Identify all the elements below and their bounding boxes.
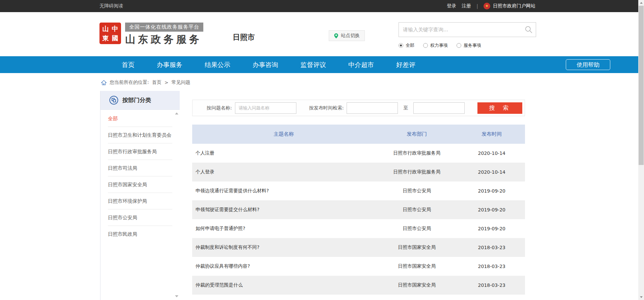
faq-table: 主题名称 发布部门 发布时间 个人注册 日照市行政审批服务局 2020-10-1… [192, 125, 525, 295]
page-scrollbar[interactable] [638, 0, 644, 300]
sidebar-department-item[interactable]: 日照市公安局 [108, 209, 172, 226]
department-category-icon [109, 96, 118, 105]
help-button[interactable]: 使用帮助 [566, 59, 610, 70]
sidebar-department-item[interactable]: 日照市环境保护局 [108, 193, 172, 209]
question-title-cell[interactable]: 仲裁协议应具有哪些内容? [192, 257, 375, 276]
department-sidebar: 按部门分类 全部 日照市卫生和计划生育委员会 日照市行政审批服务局 日照市司法局… [100, 91, 180, 300]
search-button[interactable]: 搜 索 [477, 102, 522, 114]
search-scope-radio[interactable]: 全部 [399, 42, 414, 48]
sidebar-department-item[interactable]: 日照市卫生和计划生育委员会 [108, 127, 172, 143]
date-cell: 2020-10-14 [459, 144, 525, 163]
site-switch-button[interactable]: 站点切换 [329, 30, 365, 41]
platform-tag: 全国一体化在线政务服务平台 [125, 23, 203, 32]
scrollbar-thumb[interactable] [639, 6, 644, 165]
date-cell: 2019-09-20 [459, 181, 525, 200]
sidebar-list: 全部 日照市卫生和计划生育委员会 日照市行政审批服务局 日照市司法局 日照市国家… [100, 110, 180, 242]
table-header-row: 主题名称 发布部门 发布时间 [192, 125, 525, 144]
table-row[interactable]: 个人登录 日照市行政审批服务局 2020-10-14 [192, 163, 525, 181]
faq-table-head: 主题名称 发布部门 发布时间 [192, 125, 525, 144]
question-name-input[interactable] [235, 102, 296, 114]
table-row[interactable]: 个人注册 日照市行政审批服务局 2020-10-14 [192, 144, 525, 163]
sidebar-department-item[interactable]: 日照市司法局 [108, 160, 172, 176]
question-title-cell[interactable]: 仲裁制度和诉讼制度有何不同? [192, 238, 375, 257]
date-to-input[interactable] [413, 102, 465, 114]
breadcrumb-separator: > [165, 80, 169, 85]
sidebar-header: 按部门分类 [100, 91, 180, 110]
breadcrumb-home-link[interactable]: 首页 [152, 79, 162, 86]
table-row[interactable]: 仲裁协议应具有哪些内容? 日照市国家安全局 2018-03-23 [192, 257, 525, 276]
table-row[interactable]: 申领边境通行证需要提供什么材料? 日照市公安局 2019-09-20 [192, 181, 525, 200]
faq-table-body: 个人注册 日照市行政审批服务局 2020-10-14 个人登录 日照市行政审批服… [192, 144, 525, 295]
nav-item[interactable]: 好差评 [385, 56, 427, 73]
logo-text: 全国一体化在线政务服务平台 山东政务服务 [125, 23, 203, 46]
nav-items: 首页 办事服务 结果公示 办事咨询 监督评议 中介超市 好差评 [111, 56, 644, 73]
scrollbar-down-button[interactable] [638, 294, 644, 300]
register-link[interactable]: 注册 [462, 3, 471, 9]
shandong-seal-icon: 山 中 東 國 [99, 23, 121, 44]
question-title-cell[interactable]: 仲裁的受理范围是什么 [192, 276, 375, 295]
question-title-cell[interactable]: 申领边境通行证需要提供什么材料? [192, 181, 375, 200]
date-cell: 2019-09-20 [459, 200, 525, 219]
table-row[interactable]: 仲裁制度和诉讼制度有何不同? 日照市国家安全局 2018-03-23 [192, 238, 525, 257]
top-utility-bar: 无障碍阅读 登录 注册 | ★ 日照市政府门户网站 [0, 0, 644, 12]
radio-dot-icon[interactable] [457, 43, 461, 48]
sidebar-department-item[interactable]: 日照市国家安全局 [108, 176, 172, 193]
radio-dot-icon[interactable] [399, 43, 403, 48]
radio-label: 权力事项 [430, 42, 448, 48]
site-header: 山 中 東 國 全国一体化在线政务服务平台 山东政务服务 日照市 站点切换 [0, 12, 644, 56]
page: 无障碍阅读 登录 注册 | ★ 日照市政府门户网站 山 中 東 國 全国一体化在… [0, 0, 644, 300]
accessibility-link[interactable]: 无障碍阅读 [99, 3, 123, 9]
keyword-search-box [399, 22, 536, 37]
portal-link-label: 日照市政府门户网站 [493, 3, 535, 9]
breadcrumb: 您当前所在的位置: 首页 > 常见问题 [101, 79, 190, 86]
topbar-right-group: 登录 注册 | ★ 日照市政府门户网站 [447, 3, 535, 9]
question-filter-bar: 按问题名称: 按发布时间检索: 至 搜 索 [192, 100, 525, 116]
scrollbar-up-button[interactable] [638, 0, 644, 6]
portal-link[interactable]: ★ 日照市政府门户网站 [484, 3, 535, 9]
department-cell: 日照市公安局 [375, 219, 459, 238]
sidebar-department-item[interactable]: 日照市行政审批服务局 [108, 143, 172, 160]
department-cell: 日照市国家安全局 [375, 257, 459, 276]
national-emblem-icon: ★ [484, 3, 490, 9]
department-cell: 日照市国家安全局 [375, 238, 459, 257]
search-scope-radio[interactable]: 服务事项 [457, 42, 481, 48]
breadcrumb-current: 常见问题 [171, 79, 190, 86]
search-icon[interactable] [524, 25, 533, 34]
department-cell: 日照市国家安全局 [375, 276, 459, 295]
date-cell: 2018-03-23 [459, 257, 525, 276]
seal-char: 東 [103, 35, 109, 41]
question-title-cell[interactable]: 个人注册 [192, 144, 375, 163]
nav-item[interactable]: 办事服务 [146, 56, 194, 73]
seal-char: 中 [112, 26, 118, 32]
date-cell: 2019-09-20 [459, 219, 525, 238]
site-switch-label: 站点切换 [341, 33, 360, 39]
keyword-search-input[interactable] [399, 27, 524, 33]
radio-label: 全部 [406, 42, 414, 48]
radio-label: 服务事项 [464, 42, 481, 48]
nav-item[interactable]: 首页 [111, 56, 146, 73]
table-column-header: 发布时间 [459, 125, 525, 144]
sidebar-scroll-up-icon[interactable] [175, 112, 178, 114]
login-link[interactable]: 登录 [447, 3, 456, 9]
table-row[interactable]: 申领驾驶证需要提交什么材料? 日照市公安局 2019-09-20 [192, 200, 525, 219]
radio-dot-icon[interactable] [423, 43, 428, 48]
table-row[interactable]: 如何申请电子普通护照? 日照市公安局 2019-09-20 [192, 219, 525, 238]
site-logo[interactable]: 山 中 東 國 全国一体化在线政务服务平台 山东政务服务 [99, 23, 203, 46]
question-title-cell[interactable]: 申领驾驶证需要提交什么材料? [192, 200, 375, 219]
city-name: 日照市 [233, 32, 255, 42]
date-from-input[interactable] [347, 102, 398, 114]
question-title-cell[interactable]: 个人登录 [192, 163, 375, 181]
nav-item[interactable]: 监督评议 [289, 56, 337, 73]
sidebar-department-item[interactable]: 全部 [108, 110, 172, 127]
question-title-cell[interactable]: 如何申请电子普通护照? [192, 219, 375, 238]
nav-item[interactable]: 结果公示 [194, 56, 241, 73]
nav-item[interactable]: 中介超市 [337, 56, 385, 73]
topbar-divider: | [476, 3, 478, 9]
breadcrumb-prefix: 您当前所在的位置: [110, 79, 149, 86]
table-row[interactable]: 仲裁的受理范围是什么 日照市国家安全局 2018-03-23 [192, 276, 525, 295]
search-scope-radio[interactable]: 权力事项 [423, 42, 448, 48]
sidebar-department-item[interactable]: 日照市民政局 [108, 226, 172, 242]
sidebar-scroll-down-icon[interactable] [175, 295, 178, 297]
main-nav: 首页 办事服务 结果公示 办事咨询 监督评议 中介超市 好差评 使用帮助 [0, 56, 644, 73]
nav-item[interactable]: 办事咨询 [241, 56, 289, 73]
